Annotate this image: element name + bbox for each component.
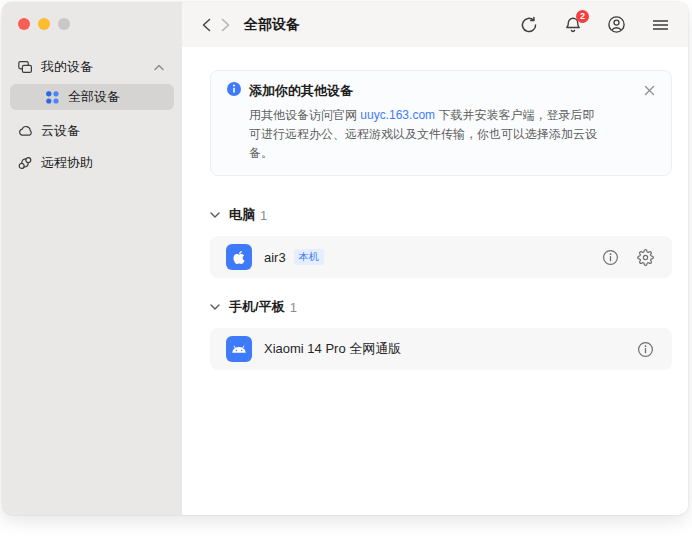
chevron-down-icon xyxy=(210,211,220,219)
close-window-button[interactable] xyxy=(18,18,30,30)
account-icon[interactable] xyxy=(607,15,626,34)
add-device-banner: 添加你的其他设备 用其他设备访问官网 uuyc.163.com 下载并安装客户端… xyxy=(210,70,672,176)
sidebar-item-label: 我的设备 xyxy=(41,58,93,76)
section-count: 1 xyxy=(290,300,297,315)
sidebar-item-my-devices[interactable]: 我的设备 xyxy=(10,54,174,80)
remote-assist-icon xyxy=(17,155,33,171)
section-label: 手机/平板 xyxy=(229,298,285,316)
sidebar-item-label: 云设备 xyxy=(41,122,80,140)
device-name: Xiaomi 14 Pro 全网通版 xyxy=(264,340,401,358)
banner-text: 用其他设备访问官网 xyxy=(249,108,360,122)
traffic-lights xyxy=(2,2,182,30)
device-row-xiaomi[interactable]: Xiaomi 14 Pro 全网通版 xyxy=(210,328,672,370)
android-logo-icon xyxy=(226,336,252,362)
section-count: 1 xyxy=(260,208,267,223)
local-machine-badge: 本机 xyxy=(294,249,324,265)
sidebar-item-label: 全部设备 xyxy=(68,88,120,106)
device-settings-gear-icon[interactable] xyxy=(637,249,654,266)
forward-button[interactable] xyxy=(216,16,234,34)
app-window: 我的设备 全部设备 xyxy=(2,2,688,515)
device-name: air3 xyxy=(264,250,286,265)
content: 添加你的其他设备 用其他设备访问官网 uuyc.163.com 下载并安装客户端… xyxy=(182,47,688,370)
apple-logo-icon xyxy=(226,244,252,270)
sidebar-item-label: 远程协助 xyxy=(41,154,93,172)
fullscreen-window-button xyxy=(58,18,70,30)
info-icon xyxy=(227,82,241,100)
section-computers-header[interactable]: 电脑 1 xyxy=(210,206,672,224)
banner-body: 用其他设备访问官网 uuyc.163.com 下载并安装客户端，登录后即可进行远… xyxy=(249,106,627,163)
sidebar-item-all-devices[interactable]: 全部设备 xyxy=(10,84,174,110)
grid-dots-icon xyxy=(44,89,60,105)
back-button[interactable] xyxy=(198,16,216,34)
chevron-down-icon xyxy=(210,303,220,311)
cloud-icon xyxy=(17,123,33,139)
notifications-bell-icon[interactable]: 2 xyxy=(563,15,582,34)
banner-close-icon[interactable] xyxy=(643,84,655,96)
sidebar-item-remote-assist[interactable]: 远程协助 xyxy=(10,150,174,176)
sidebar-nav: 我的设备 全部设备 xyxy=(2,54,182,176)
menu-icon[interactable] xyxy=(651,15,670,34)
devices-icon xyxy=(17,59,33,75)
toolbar-actions: 2 xyxy=(519,15,670,34)
device-info-icon[interactable] xyxy=(637,341,654,358)
page-title: 全部设备 xyxy=(244,16,300,34)
section-phones-header[interactable]: 手机/平板 1 xyxy=(210,298,672,316)
main-area: 全部设备 2 xyxy=(182,2,688,515)
sidebar-item-cloud-devices[interactable]: 云设备 xyxy=(10,118,174,144)
section-label: 电脑 xyxy=(229,206,255,224)
toolbar: 全部设备 2 xyxy=(182,2,688,47)
sidebar: 我的设备 全部设备 xyxy=(2,2,182,515)
minimize-window-button[interactable] xyxy=(38,18,50,30)
banner-title: 添加你的其他设备 xyxy=(249,82,353,100)
notification-count-badge: 2 xyxy=(576,10,589,23)
refresh-icon[interactable] xyxy=(519,15,538,34)
device-row-air3[interactable]: air3 本机 xyxy=(210,236,672,278)
device-info-icon[interactable] xyxy=(602,249,619,266)
chevron-up-icon[interactable] xyxy=(151,59,167,75)
website-link[interactable]: uuyc.163.com xyxy=(360,108,435,122)
